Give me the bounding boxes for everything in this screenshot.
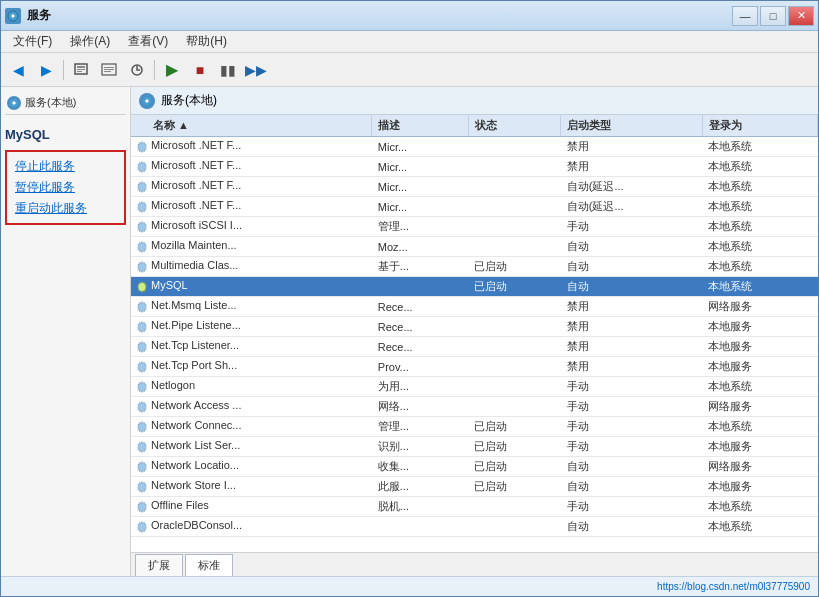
content-panel: 服务(本地) 名称 ▲ 描述 状态 启动类型 登录为 — [131, 87, 818, 576]
app-icon — [5, 8, 21, 24]
cell-name: Netlogon — [131, 377, 372, 397]
cell-status — [468, 197, 561, 217]
cell-logon: 本地服务 — [702, 317, 817, 337]
cell-startup: 自动 — [561, 457, 703, 477]
table-row[interactable]: Network Access ...网络...手动网络服务 — [131, 397, 818, 417]
cell-status — [468, 497, 561, 517]
cell-startup: 手动 — [561, 497, 703, 517]
table-row[interactable]: MySQL已启动自动本地系统 — [131, 277, 818, 297]
cell-logon: 本地系统 — [702, 517, 817, 537]
show-all-button[interactable] — [96, 57, 122, 83]
cell-logon: 本地系统 — [702, 157, 817, 177]
svg-rect-2 — [77, 66, 85, 68]
stop-service-link[interactable]: 停止此服务 — [15, 158, 116, 175]
col-name[interactable]: 名称 ▲ — [131, 115, 372, 137]
cell-startup: 自动 — [561, 517, 703, 537]
cell-startup: 禁用 — [561, 337, 703, 357]
cell-startup: 禁用 — [561, 317, 703, 337]
table-row[interactable]: Microsoft .NET F...Micr...自动(延迟...本地系统 — [131, 197, 818, 217]
table-row[interactable]: Network Locatio...收集...已启动自动网络服务 — [131, 457, 818, 477]
table-row[interactable]: Net.Tcp Port Sh...Prov...禁用本地服务 — [131, 357, 818, 377]
close-button[interactable]: ✕ — [788, 6, 814, 26]
cell-status — [468, 137, 561, 157]
status-url: https://blog.csdn.net/m0l37775900 — [657, 581, 810, 592]
cell-desc: 收集... — [372, 457, 468, 477]
menu-action[interactable]: 操作(A) — [62, 31, 118, 52]
minimize-button[interactable]: — — [732, 6, 758, 26]
cell-startup: 自动(延迟... — [561, 197, 703, 217]
restart-service-link[interactable]: 重启动此服务 — [15, 200, 116, 217]
service-actions-box: 停止此服务 暂停此服务 重启动此服务 — [5, 150, 126, 225]
cell-logon: 本地系统 — [702, 377, 817, 397]
table-row[interactable]: Network List Ser...识别...已启动手动本地服务 — [131, 437, 818, 457]
toolbar-btn-restart[interactable]: ▶▶ — [243, 57, 269, 83]
svg-rect-3 — [77, 69, 85, 70]
cell-name: MySQL — [131, 277, 372, 297]
cell-startup: 手动 — [561, 417, 703, 437]
table-row[interactable]: Net.Msmq Liste...Rece...禁用网络服务 — [131, 297, 818, 317]
menu-file[interactable]: 文件(F) — [5, 31, 60, 52]
cell-name: Net.Tcp Port Sh... — [131, 357, 372, 377]
window: 服务 — □ ✕ 文件(F) 操作(A) 查看(V) 帮助(H) ◀ ▶ — [0, 0, 819, 597]
tab-standard[interactable]: 标准 — [185, 554, 233, 576]
toolbar-btn-play[interactable]: ▶ — [159, 57, 185, 83]
cell-desc — [372, 277, 468, 297]
up-button[interactable] — [68, 57, 94, 83]
toolbar-btn-pause[interactable]: ▮▮ — [215, 57, 241, 83]
cell-startup: 手动 — [561, 217, 703, 237]
cell-startup: 自动 — [561, 237, 703, 257]
cell-name: Microsoft .NET F... — [131, 137, 372, 157]
forward-button[interactable]: ▶ — [33, 57, 59, 83]
back-button[interactable]: ◀ — [5, 57, 31, 83]
cell-logon: 网络服务 — [702, 297, 817, 317]
cell-name: Network Locatio... — [131, 457, 372, 477]
menu-help[interactable]: 帮助(H) — [178, 31, 235, 52]
menu-view[interactable]: 查看(V) — [120, 31, 176, 52]
table-row[interactable]: Microsoft .NET F...Micr...自动(延迟...本地系统 — [131, 177, 818, 197]
col-startup[interactable]: 启动类型 — [561, 115, 703, 137]
maximize-button[interactable]: □ — [760, 6, 786, 26]
cell-logon: 网络服务 — [702, 397, 817, 417]
table-row[interactable]: Microsoft .NET F...Micr...禁用本地系统 — [131, 157, 818, 177]
toolbar-btn-3[interactable] — [124, 57, 150, 83]
services-table-container[interactable]: 名称 ▲ 描述 状态 启动类型 登录为 Microsoft .NET F...M… — [131, 115, 818, 552]
cell-status — [468, 297, 561, 317]
sidebar-header: 服务(本地) — [5, 91, 126, 115]
cell-startup: 手动 — [561, 437, 703, 457]
table-row[interactable]: Microsoft iSCSI I...管理...手动本地系统 — [131, 217, 818, 237]
sidebar-header-icon — [7, 96, 21, 110]
col-desc[interactable]: 描述 — [372, 115, 468, 137]
table-row[interactable]: Microsoft .NET F...Micr...禁用本地系统 — [131, 137, 818, 157]
pause-service-link[interactable]: 暂停此服务 — [15, 179, 116, 196]
table-row[interactable]: Network Connec...管理...已启动手动本地系统 — [131, 417, 818, 437]
cell-startup: 禁用 — [561, 157, 703, 177]
table-row[interactable]: Offline Files脱机...手动本地系统 — [131, 497, 818, 517]
cell-name: Microsoft .NET F... — [131, 197, 372, 217]
table-row[interactable]: Net.Tcp Listener...Rece...禁用本地服务 — [131, 337, 818, 357]
cell-desc: Rece... — [372, 297, 468, 317]
toolbar-btn-stop[interactable]: ■ — [187, 57, 213, 83]
col-status[interactable]: 状态 — [468, 115, 561, 137]
cell-desc: 此服... — [372, 477, 468, 497]
bottom-tabs: 扩展 标准 — [131, 552, 818, 576]
col-logon[interactable]: 登录为 — [702, 115, 817, 137]
table-row[interactable]: OracleDBConsol...自动本地系统 — [131, 517, 818, 537]
cell-name: Network Connec... — [131, 417, 372, 437]
services-table: 名称 ▲ 描述 状态 启动类型 登录为 Microsoft .NET F...M… — [131, 115, 818, 537]
cell-desc: Prov... — [372, 357, 468, 377]
table-row[interactable]: Multimedia Clas...基于...已启动自动本地系统 — [131, 257, 818, 277]
table-row[interactable]: Mozilla Mainten...Moz...自动本地系统 — [131, 237, 818, 257]
svg-rect-6 — [104, 67, 114, 68]
cell-status: 已启动 — [468, 437, 561, 457]
table-row[interactable]: Netlogon为用...手动本地系统 — [131, 377, 818, 397]
table-row[interactable]: Net.Pipe Listene...Rece...禁用本地服务 — [131, 317, 818, 337]
svg-rect-4 — [77, 71, 82, 72]
cell-status — [468, 317, 561, 337]
toolbar: ◀ ▶ ▶ ■ ▮▮ — [1, 53, 818, 87]
cell-status: 已启动 — [468, 457, 561, 477]
table-row[interactable]: Network Store I...此服...已启动自动本地服务 — [131, 477, 818, 497]
cell-desc: Rece... — [372, 337, 468, 357]
cell-name: Multimedia Clas... — [131, 257, 372, 277]
tab-extended[interactable]: 扩展 — [135, 554, 183, 576]
cell-logon: 本地系统 — [702, 257, 817, 277]
